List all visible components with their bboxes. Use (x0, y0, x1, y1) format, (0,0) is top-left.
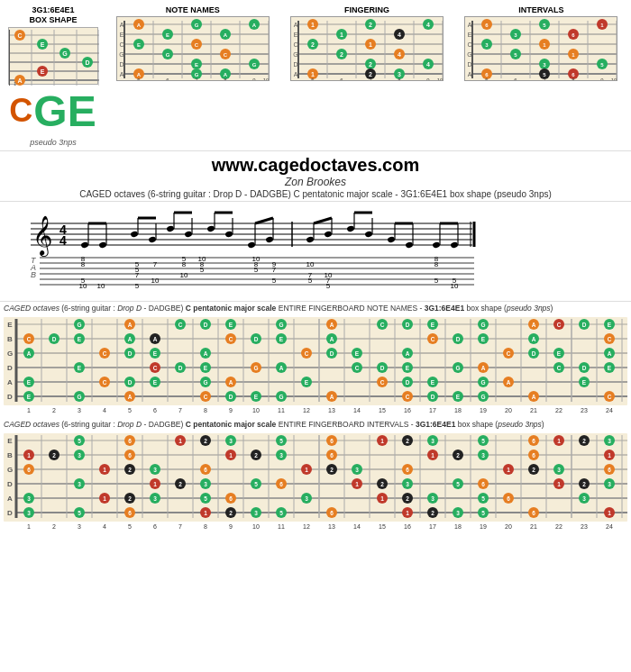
svg-text:G: G (165, 52, 169, 58)
svg-text:3: 3 (78, 481, 81, 487)
svg-point-205 (224, 231, 233, 238)
svg-text:E: E (355, 350, 360, 357)
svg-text:7: 7 (272, 266, 277, 274)
svg-text:C: C (17, 32, 22, 39)
svg-text:E: E (41, 68, 45, 75)
panel-intervals: INTERVALS A E C G D A (455, 5, 627, 81)
svg-text:6: 6 (608, 467, 611, 473)
svg-text:A: A (294, 71, 298, 77)
svg-text:7: 7 (153, 260, 158, 268)
svg-text:C: C (194, 42, 198, 48)
svg-text:5: 5 (481, 438, 485, 444)
svg-point-188 (80, 241, 88, 249)
svg-text:A: A (229, 379, 233, 386)
svg-text:1: 1 (311, 22, 315, 28)
svg-text:10: 10 (262, 77, 269, 81)
svg-text:C: C (406, 394, 410, 400)
svg-text:G: G (7, 466, 13, 474)
svg-text:D: D (7, 393, 13, 401)
svg-text:1: 1 (153, 481, 157, 487)
svg-text:2: 2 (369, 22, 372, 28)
svg-text:1: 1 (431, 452, 434, 459)
top-section: 3G1:6E4E1 BOX SHAPE C (0, 0, 631, 150)
svg-text:A: A (204, 350, 208, 357)
svg-text:D: D (293, 61, 297, 68)
svg-text:10: 10 (306, 260, 315, 268)
svg-text:1: 1 (557, 438, 561, 444)
svg-text:D: D (7, 480, 13, 488)
svg-text:10: 10 (79, 282, 87, 290)
svg-text:2: 2 (128, 467, 132, 473)
svg-text:C: C (229, 336, 233, 342)
svg-text:A: A (251, 23, 256, 28)
svg-text:1: 1 (27, 452, 31, 459)
notation-section: 𝄞 4 4 (0, 201, 631, 302)
svg-text:A: A (330, 322, 334, 328)
svg-text:E: E (582, 379, 587, 386)
svg-text:5: 5 (200, 266, 205, 274)
svg-text:15: 15 (379, 407, 386, 413)
svg-text:D: D (330, 350, 334, 357)
svg-text:10: 10 (180, 271, 188, 279)
fingering-svg: A E C G D A 1 2 4 1 (290, 16, 444, 81)
svg-text:5: 5 (326, 282, 331, 290)
svg-text:C: C (204, 394, 208, 400)
svg-text:D: D (178, 365, 183, 371)
svg-text:1: 1 (27, 407, 31, 413)
svg-text:E: E (481, 336, 486, 342)
svg-text:A: A (481, 365, 486, 371)
svg-point-224 (387, 236, 395, 243)
svg-text:2: 2 (52, 452, 56, 459)
svg-text:1: 1 (305, 467, 308, 473)
svg-text:E: E (153, 379, 158, 386)
svg-text:6: 6 (153, 407, 157, 413)
svg-text:E: E (229, 322, 233, 328)
svg-text:20: 20 (505, 523, 512, 530)
svg-text:3: 3 (608, 438, 611, 444)
intervals-svg: A E C G D A 6 5 1 3 (464, 16, 617, 81)
svg-text:6: 6 (27, 467, 31, 473)
svg-text:A: A (17, 77, 22, 84)
svg-text:2: 2 (369, 61, 372, 68)
bottom-sections: CAGED octaves (6-string guitar : Drop D … (0, 302, 631, 536)
svg-text:2: 2 (380, 481, 384, 487)
svg-text:G: G (293, 51, 297, 58)
title-section: www.cagedoctaves.com Zon Brookes CAGED o… (0, 150, 631, 201)
svg-text:1: 1 (557, 481, 561, 487)
svg-text:2: 2 (52, 523, 56, 530)
intervals-label: INTERVALS (518, 5, 563, 14)
svg-text:E: E (7, 437, 13, 445)
svg-text:10: 10 (252, 407, 260, 413)
svg-text:3: 3 (431, 495, 434, 502)
svg-text:11: 11 (278, 523, 285, 530)
author-name: Zon Brookes (0, 176, 631, 188)
svg-text:5: 5 (78, 438, 81, 444)
svg-text:A: A (27, 350, 32, 357)
svg-text:3: 3 (279, 452, 283, 459)
svg-text:3: 3 (78, 407, 81, 413)
svg-text:D: D (85, 59, 89, 66)
svg-point-219 (346, 225, 354, 232)
svg-text:11: 11 (278, 407, 285, 413)
svg-text:𝄞: 𝄞 (32, 215, 52, 258)
svg-text:16: 16 (404, 523, 411, 530)
svg-text:D: D (406, 322, 410, 328)
svg-text:A: A (468, 22, 472, 28)
svg-text:A: A (128, 336, 133, 342)
svg-text:1: 1 (204, 510, 207, 516)
svg-text:10: 10 (437, 77, 444, 81)
svg-text:C: C (103, 379, 107, 386)
svg-text:E: E (7, 321, 13, 329)
svg-text:C: C (27, 336, 32, 342)
svg-text:4: 4 (398, 51, 401, 58)
svg-text:G: G (468, 51, 472, 58)
svg-text:2: 2 (254, 452, 258, 459)
svg-text:D: D (229, 394, 233, 400)
svg-text:A: A (406, 350, 410, 357)
svg-text:5: 5 (434, 277, 439, 285)
svg-text:C: C (608, 336, 612, 342)
svg-text:G: G (279, 322, 283, 328)
svg-text:3: 3 (582, 495, 586, 502)
svg-text:6: 6 (166, 77, 169, 81)
svg-text:3: 3 (608, 481, 611, 487)
